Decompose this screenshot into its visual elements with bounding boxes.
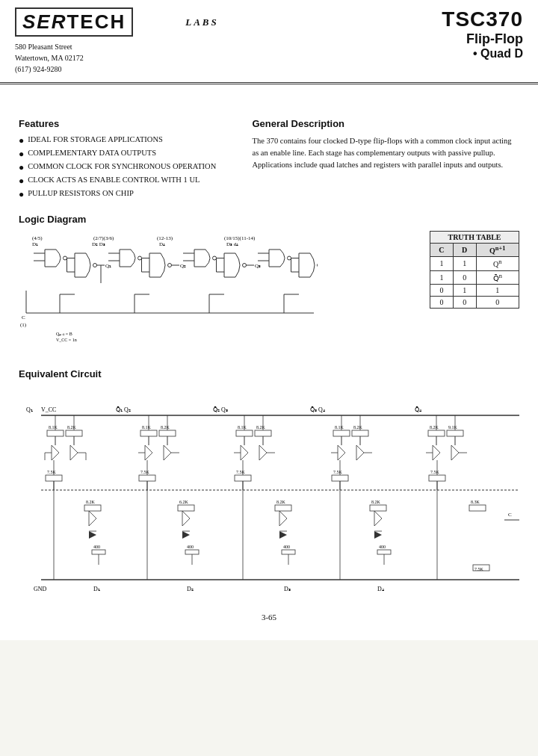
- svg-rect-142: [333, 430, 350, 436]
- svg-text:GND: GND: [34, 586, 47, 592]
- svg-rect-139: [282, 550, 295, 554]
- svg-rect-120: [236, 430, 253, 436]
- page-number: 3-65: [19, 613, 519, 629]
- svg-rect-95: [92, 550, 105, 554]
- list-item: ●IDEAL FOR STORAGE APPLICATIONS: [19, 135, 238, 146]
- svg-text:8.1K: 8.1K: [238, 425, 247, 430]
- svg-text:8.2K: 8.2K: [353, 425, 363, 430]
- svg-marker-136: [279, 531, 287, 539]
- svg-point-38: [288, 256, 291, 260]
- svg-marker-92: [89, 531, 96, 539]
- svg-text:8.2K: 8.2K: [430, 425, 439, 430]
- svg-rect-144: [352, 430, 368, 436]
- page-header: SERTECH LABS 580 Pleasant Street Waterto…: [0, 0, 538, 84]
- svg-marker-170: [451, 445, 459, 460]
- svg-rect-130: [235, 475, 251, 481]
- list-item: ●PULLUP RESISTORS ON CHIP: [19, 189, 238, 200]
- svg-point-42: [318, 264, 318, 267]
- company-address: 580 Pleasant Street Watertown, MA 02172 …: [15, 41, 219, 75]
- features-description-row: Features ●IDEAL FOR STORAGE APPLICATIONS…: [19, 118, 519, 202]
- equivalent-circuit-section: Equivalent Circuit Q₁ V_CC Q̄₁ Q₂ Q̄₂ Q₃…: [19, 368, 519, 598]
- logic-diagram-section: Logic Diagram (4/5) D₁ (2/7)(3/6) D₂ D₃ …: [19, 214, 519, 353]
- svg-text:V_CC = 1n: V_CC = 1n: [56, 338, 77, 342]
- truth-table-wrap: TRUTH TABLE C D Qn+1 1 1 Qn: [430, 231, 519, 353]
- table-row: 1 0 Q̄n: [430, 270, 519, 284]
- svg-text:D₄: D₄: [377, 586, 384, 592]
- equivalent-circuit-title: Equivalent Circuit: [19, 368, 519, 379]
- logic-diagram-svg: (4/5) D₁ (2/7)(3/6) D₂ D₃ (12-13) D₄ (10…: [19, 231, 318, 350]
- svg-rect-108: [139, 475, 155, 481]
- svg-text:D₄: D₄: [159, 241, 165, 247]
- svg-text:7.5K: 7.5K: [333, 470, 343, 474]
- svg-text:8.3K: 8.3K: [471, 500, 480, 504]
- svg-rect-178: [469, 505, 486, 511]
- svg-text:Q₂: Q₂: [180, 263, 186, 269]
- part-number: TSC370: [442, 7, 523, 31]
- description-column: General Description The 370 contains fou…: [253, 118, 520, 202]
- tt-header-q: Qn+1: [476, 244, 519, 257]
- logo-area: SERTECH LABS 580 Pleasant Street Waterto…: [15, 7, 219, 75]
- svg-text:D₂  D₃: D₂ D₃: [92, 241, 105, 247]
- svg-text:8.2K: 8.2K: [256, 425, 266, 430]
- svg-marker-78: [52, 445, 59, 460]
- list-item: ●COMPLEMENTARY DATA OUTPUTS: [19, 149, 238, 160]
- svg-text:D₃  d₄: D₃ d₄: [226, 241, 238, 247]
- svg-rect-75: [66, 430, 82, 436]
- part-variant: • Quad D: [442, 47, 523, 61]
- svg-text:D₁: D₁: [93, 586, 100, 592]
- svg-point-29: [213, 256, 217, 260]
- svg-text:D₃: D₃: [284, 586, 291, 592]
- svg-text:(12-13): (12-13): [157, 235, 173, 241]
- svg-rect-156: [370, 505, 386, 511]
- svg-text:400: 400: [187, 545, 194, 549]
- svg-text:8.1K: 8.1K: [49, 425, 58, 430]
- svg-rect-164: [428, 430, 445, 436]
- svg-text:8.2K: 8.2K: [67, 425, 77, 430]
- svg-rect-98: [140, 430, 157, 436]
- svg-marker-148: [356, 445, 364, 460]
- svg-text:C: C: [508, 512, 512, 518]
- svg-marker-126: [259, 445, 267, 460]
- svg-text:400: 400: [379, 545, 386, 549]
- svg-rect-112: [178, 505, 194, 511]
- svg-text:8.2K: 8.2K: [161, 425, 170, 430]
- svg-text:Q̄₃ Q₄: Q̄₃ Q₄: [310, 406, 325, 413]
- main-content: Features ●IDEAL FOR STORAGE APPLICATIONS…: [0, 84, 538, 640]
- svg-text:(2/7)(3/6): (2/7)(3/6): [93, 235, 114, 241]
- truth-table: C D Qn+1 1 1 Qn 1 0: [430, 243, 519, 309]
- svg-text:Q̄₂ Q₃: Q̄₂ Q₃: [213, 406, 228, 413]
- svg-marker-113: [182, 511, 190, 526]
- svg-point-24: [168, 264, 172, 267]
- list-item: ●COMMON CLOCK FOR SYNCHRONOUS OPERATION: [19, 162, 238, 173]
- svg-text:(10/15)(11-14): (10/15)(11-14): [224, 235, 256, 241]
- svg-marker-158: [374, 531, 382, 539]
- svg-rect-100: [159, 430, 176, 436]
- svg-text:Q̄₁ Q₂: Q̄₁ Q₂: [116, 406, 131, 413]
- svg-rect-152: [332, 475, 348, 481]
- svg-rect-117: [185, 550, 199, 554]
- features-list: ●IDEAL FOR STORAGE APPLICATIONS ●COMPLEM…: [19, 135, 238, 200]
- labs-label: LABS: [185, 16, 219, 28]
- svg-text:8.2K: 8.2K: [86, 500, 96, 504]
- svg-marker-125: [241, 445, 248, 460]
- svg-marker-91: [89, 511, 96, 526]
- svg-text:Q₁: Q₁: [26, 406, 33, 413]
- svg-text:(4/5): (4/5): [32, 235, 43, 241]
- list-item: ●CLOCK ACTS AS ENABLE CONTROL WITH 1 UL: [19, 176, 238, 187]
- svg-text:D₂: D₂: [187, 586, 194, 592]
- equiv-svg-wrap: Q₁ V_CC Q̄₁ Q₂ Q̄₂ Q₃ Q̄₃ Q₄ Q̄₄ GND D₁ …: [19, 385, 519, 598]
- svg-text:8.1K: 8.1K: [335, 425, 344, 430]
- svg-text:8.1K: 8.1K: [142, 425, 152, 430]
- svg-text:8.2K: 8.2K: [276, 500, 286, 504]
- diagram-area: (4/5) D₁ (2/7)(3/6) D₂ D₃ (12-13) D₄ (10…: [19, 231, 519, 353]
- svg-text:400: 400: [93, 545, 100, 549]
- svg-rect-122: [255, 430, 271, 436]
- svg-text:(1): (1): [20, 322, 27, 328]
- svg-rect-85: [46, 475, 62, 481]
- svg-marker-135: [279, 511, 287, 526]
- description-text: The 370 contains four clocked D-type fli…: [253, 135, 520, 170]
- svg-marker-169: [433, 445, 440, 460]
- logic-svg-wrap: (4/5) D₁ (2/7)(3/6) D₂ D₃ (12-13) D₄ (10…: [19, 231, 415, 353]
- svg-rect-73: [47, 430, 64, 436]
- svg-marker-79: [70, 445, 78, 460]
